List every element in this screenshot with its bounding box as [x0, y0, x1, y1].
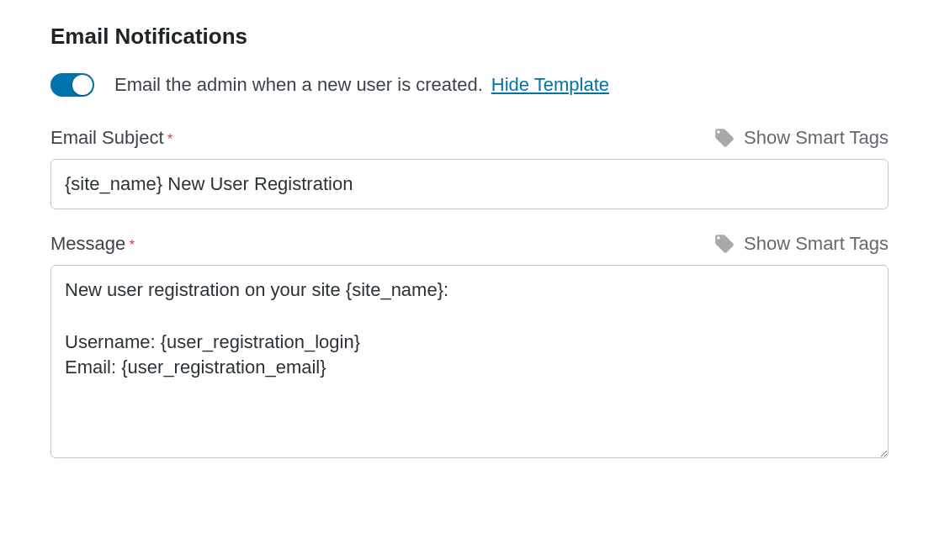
message-group: Message * Show Smart Tags: [50, 233, 889, 462]
email-subject-label: Email Subject: [50, 127, 164, 148]
page-title: Email Notifications: [50, 24, 889, 50]
required-mark: *: [130, 238, 135, 252]
admin-email-toggle[interactable]: [50, 73, 94, 97]
message-smart-tags-button[interactable]: Show Smart Tags: [714, 233, 889, 255]
toggle-description-wrap: Email the admin when a new user is creat…: [114, 74, 609, 96]
message-label: Message: [50, 233, 125, 254]
toggle-knob: [72, 75, 93, 95]
subject-smart-tags-button[interactable]: Show Smart Tags: [714, 127, 889, 149]
email-subject-input[interactable]: [50, 159, 889, 209]
email-subject-label-wrap: Email Subject *: [50, 127, 172, 149]
toggle-row: Email the admin when a new user is creat…: [50, 73, 889, 97]
message-smart-tags-label: Show Smart Tags: [744, 233, 889, 255]
subject-smart-tags-label: Show Smart Tags: [744, 127, 889, 149]
message-header: Message * Show Smart Tags: [50, 233, 889, 255]
required-mark: *: [167, 132, 172, 146]
hide-template-link[interactable]: Hide Template: [491, 74, 609, 96]
tag-icon: [714, 127, 735, 149]
message-label-wrap: Message *: [50, 233, 135, 255]
tag-icon: [714, 233, 735, 255]
message-textarea[interactable]: [50, 265, 889, 458]
email-subject-group: Email Subject * Show Smart Tags: [50, 127, 889, 209]
email-subject-header: Email Subject * Show Smart Tags: [50, 127, 889, 149]
toggle-description: Email the admin when a new user is creat…: [114, 74, 483, 96]
